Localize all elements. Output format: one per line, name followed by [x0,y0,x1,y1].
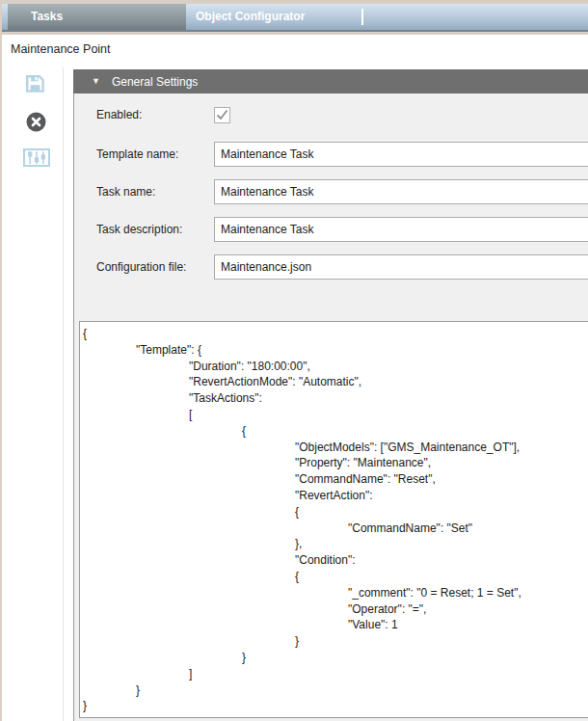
configure-button[interactable] [23,146,50,169]
floppy-disk-icon [25,74,52,93]
app-window: Tasks Object Configurator Maintenance Po… [0,0,588,721]
general-settings-title: General Settings [112,75,198,89]
tab-separator [361,9,363,25]
collapse-arrow-icon[interactable]: ▼ [92,77,100,86]
general-settings-header[interactable]: ▼ General Settings [73,69,588,93]
window-left-edge [0,0,2,721]
task-name-input[interactable] [214,179,588,204]
circle-x-icon [26,112,53,132]
checkmark-icon [215,108,229,122]
cancel-button[interactable] [26,110,53,133]
task-name-label: Task name: [96,185,155,199]
tab-bar: Tasks Object Configurator [2,4,588,32]
configuration-file-label: Configuration file: [96,260,186,274]
enabled-label: Enabled: [96,108,142,121]
task-description-label: Task description: [96,223,182,236]
page-title: Maintenance Point [11,42,111,56]
task-description-input[interactable] [214,217,588,242]
general-settings-panel: Enabled: Template name: Task name: Task … [73,93,588,721]
toolbar-separator [63,67,64,721]
config-json-content: { "Template": { "Duration": "180:00:00",… [83,326,588,714]
config-json-editor[interactable]: { "Template": { "Duration": "180:00:00",… [79,321,588,718]
tab-bar-bottom-strip [0,32,588,35]
enabled-checkbox[interactable] [214,107,230,123]
save-button[interactable] [25,72,52,95]
tab-object-configurator[interactable]: Object Configurator [186,4,361,30]
tab-tasks[interactable]: Tasks [8,4,186,30]
template-name-input[interactable] [214,142,588,167]
configuration-file-input[interactable] [214,254,588,280]
sliders-icon [23,148,50,167]
template-name-label: Template name: [96,147,178,161]
